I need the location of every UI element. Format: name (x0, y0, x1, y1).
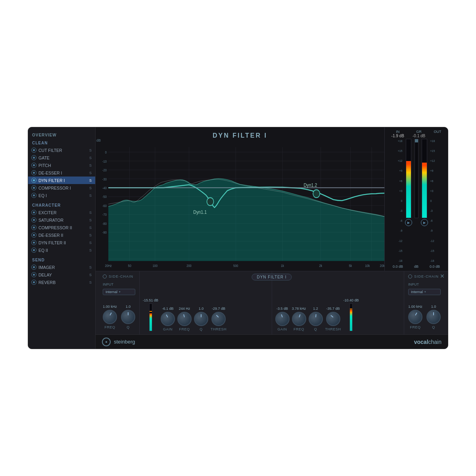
sidebar-item-cut-filter[interactable]: CUT FILTER S (28, 146, 95, 154)
content-area: DYN FILTER I dB (96, 127, 448, 349)
power-btn-pitch[interactable] (31, 163, 36, 168)
left-input-label: INPUT (103, 282, 135, 286)
left-sidechain-circle (103, 274, 107, 278)
right-input-label: INPUT (408, 282, 441, 286)
delay-label: DELAY (38, 273, 86, 277)
sidebar-item-delay[interactable]: DELAY S (28, 271, 95, 278)
close-button[interactable]: ✕ (440, 273, 445, 279)
svg-point-34 (207, 198, 213, 205)
right-q-knob[interactable] (426, 310, 441, 324)
power-btn-dyn-filter-i[interactable] (31, 178, 36, 183)
out-meter-play[interactable]: ▶ (421, 219, 428, 226)
power-btn-de-esser-ii[interactable] (31, 232, 36, 238)
power-btn-de-esser-i[interactable] (31, 170, 36, 175)
plugin-container: OVERVIEW CLEAN CUT FILTER S GATE S PITCH… (28, 127, 448, 349)
overview-label: OVERVIEW (28, 131, 95, 138)
dyn2-thresh-group: -35.7 dB THRESH (325, 307, 341, 331)
power-btn-saturator[interactable] (31, 217, 36, 223)
reverb-s[interactable]: S (88, 280, 93, 284)
bottom-bar: ● steinberg vocalchain (96, 334, 448, 349)
in-meter-play[interactable]: ▶ (405, 219, 412, 226)
gr-meter (415, 139, 418, 218)
dyn1-q-knob[interactable] (194, 312, 208, 326)
power-btn-reverb[interactable] (31, 280, 36, 285)
sidebar-item-de-esser-i[interactable]: DE-ESSER I S (28, 169, 95, 177)
svg-text:100: 100 (153, 264, 158, 268)
right-q-group: 1.0 Q (426, 305, 441, 329)
dyn2-meter-val: -10.40 dB (344, 298, 359, 302)
compressor-ii-s[interactable]: S (88, 226, 93, 230)
main-area: OVERVIEW CLEAN CUT FILTER S GATE S PITCH… (28, 127, 448, 349)
in-value: -1.9 dB (392, 134, 404, 138)
right-sidechain-section: SIDE-CHAIN INPUT Internal ▾ 1.00 kHz FRE… (404, 271, 445, 334)
eq-display[interactable]: DYN FILTER I dB (96, 127, 384, 271)
dyn-filter-ii-s[interactable]: S (88, 241, 93, 245)
dyn1-q-val: 1.0 (199, 307, 204, 311)
svg-text:1k: 1k (281, 264, 284, 268)
dyn1-freq-knob[interactable] (177, 312, 192, 326)
power-btn-compressor-i[interactable] (31, 185, 36, 190)
sidebar-item-de-esser-ii[interactable]: DE-ESSER II S (28, 231, 95, 239)
de-esser-ii-s[interactable]: S (88, 233, 93, 237)
dyn1-thresh-knob[interactable] (211, 312, 226, 326)
power-btn-eq-ii[interactable] (31, 248, 36, 253)
delay-s[interactable]: S (88, 273, 93, 277)
dyn1-meter-group: -15.51 dB (143, 298, 158, 331)
imager-s[interactable]: S (88, 265, 93, 269)
power-btn-eq-i[interactable] (31, 193, 36, 198)
power-btn-dyn-filter-ii[interactable] (31, 240, 36, 245)
sidebar-item-imager[interactable]: IMAGER S (28, 263, 95, 271)
dyn-filter-i-s[interactable]: S (88, 178, 93, 182)
power-btn-compressor-ii[interactable] (31, 225, 36, 230)
dyn1-thresh-val: -29.7 dB (212, 307, 225, 311)
right-freq-knob[interactable] (408, 310, 422, 324)
power-btn-imager[interactable] (31, 265, 36, 270)
right-input-dropdown[interactable]: Internal ▾ (408, 289, 441, 295)
de-esser-i-s[interactable]: S (88, 171, 93, 175)
meters-panel: IN -1.9 dB GR -0.1 dB OUT (384, 127, 448, 271)
gate-s[interactable]: S (88, 156, 93, 160)
sidebar-item-dyn-filter-i[interactable]: DYN FILTER I S (28, 177, 95, 184)
sidebar-item-compressor-i[interactable]: COMPRESSOR I S (28, 184, 95, 192)
dyn2-gain-knob[interactable] (275, 312, 290, 326)
compressor-i-label: COMPRESSOR I (38, 186, 86, 190)
dyn1-q-group: 1.0 Q (194, 307, 208, 331)
sidebar-item-exciter[interactable]: EXCITER S (28, 209, 95, 216)
sidebar-item-saturator[interactable]: SATURATOR S (28, 216, 95, 224)
cut-filter-label: CUT FILTER (38, 148, 86, 153)
dyn2-freq-knob[interactable] (292, 312, 306, 326)
left-q-knob[interactable] (121, 310, 135, 324)
sidebar-item-compressor-ii[interactable]: COMPRESSOR II S (28, 224, 95, 231)
power-btn-cut-filter[interactable] (31, 148, 36, 153)
dyn2-gain-val: -3.5 dB (276, 307, 288, 311)
dyn2-gain-label: GAIN (277, 327, 287, 331)
dyn2-thresh-knob[interactable] (326, 312, 340, 326)
dyn1-gain-knob[interactable] (161, 312, 175, 326)
sidebar-item-dyn-filter-ii[interactable]: DYN FILTER II S (28, 239, 95, 246)
sidebar-item-pitch[interactable]: PITCH S (28, 161, 95, 169)
exciter-s[interactable]: S (88, 211, 93, 215)
sidebar-item-eq-i[interactable]: EQ I S (28, 192, 95, 199)
left-input-dropdown[interactable]: Internal ▾ (103, 289, 135, 295)
gr-value: -0.1 dB (413, 134, 425, 138)
power-btn-gate[interactable] (31, 155, 36, 160)
svg-text:20k: 20k (380, 264, 384, 268)
sidebar-item-gate[interactable]: GATE S (28, 154, 95, 161)
dyn2-q-knob[interactable] (309, 312, 323, 326)
sidebar-item-reverb[interactable]: REVERB S (28, 278, 95, 286)
cut-filter-s[interactable]: S (88, 148, 93, 152)
eq-i-s[interactable]: S (88, 194, 93, 198)
eq-title: DYN FILTER I (213, 132, 267, 139)
compressor-i-s[interactable]: S (88, 186, 93, 190)
svg-text:0: 0 (105, 151, 107, 155)
eq-ii-s[interactable]: S (88, 248, 93, 252)
power-btn-delay[interactable] (31, 272, 36, 277)
saturator-s[interactable]: S (88, 218, 93, 222)
panel-title: DYN FILTER I (251, 274, 292, 280)
sidebar-item-eq-ii[interactable]: EQ II S (28, 246, 95, 254)
dyn2-freq-label: FREQ (294, 327, 304, 331)
left-freq-knob[interactable] (103, 310, 117, 324)
dyn1-thresh-label: THRESH (211, 327, 226, 331)
power-btn-exciter[interactable] (31, 210, 36, 215)
pitch-s[interactable]: S (88, 163, 93, 167)
